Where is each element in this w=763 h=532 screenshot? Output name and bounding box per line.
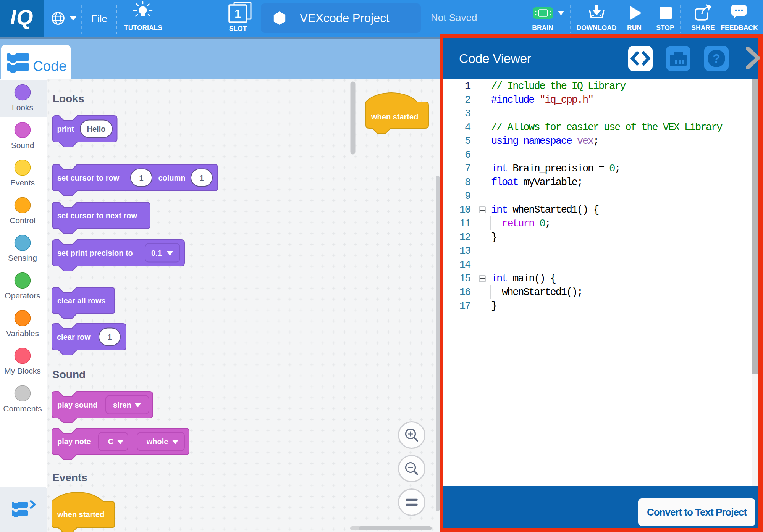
- svg-text:Looks: Looks: [12, 103, 33, 112]
- svg-text:when started: when started: [371, 113, 418, 121]
- svg-text:siren: siren: [113, 401, 131, 409]
- svg-text:whole: whole: [146, 437, 168, 446]
- svg-text:File: File: [91, 13, 107, 24]
- svg-text:Sensing: Sensing: [8, 253, 37, 262]
- svg-text:Sound: Sound: [52, 369, 86, 380]
- svg-text:VEXcode Project: VEXcode Project: [300, 11, 390, 25]
- svg-text:SHARE: SHARE: [691, 24, 715, 32]
- svg-text:SLOT: SLOT: [229, 25, 247, 32]
- svg-text:set cursor to next row: set cursor to next row: [57, 211, 137, 220]
- svg-text:Operators: Operators: [5, 291, 40, 300]
- svg-text:play sound: play sound: [57, 401, 98, 409]
- svg-text:1: 1: [139, 174, 143, 182]
- svg-text:IQ: IQ: [10, 5, 33, 29]
- svg-text:FEEDBACK: FEEDBACK: [721, 24, 758, 32]
- svg-text:Code: Code: [33, 58, 66, 74]
- svg-text:DOWNLOAD: DOWNLOAD: [577, 24, 617, 32]
- svg-text:Not Saved: Not Saved: [431, 12, 477, 23]
- svg-text:clear row: clear row: [57, 333, 91, 341]
- svg-text:1: 1: [234, 7, 241, 21]
- svg-text:My Blocks: My Blocks: [4, 366, 41, 375]
- svg-text:column: column: [158, 174, 185, 182]
- svg-text:1: 1: [107, 333, 112, 341]
- svg-text:set print precision to: set print precision to: [57, 249, 133, 257]
- svg-text:Sound: Sound: [11, 141, 34, 150]
- svg-text:C: C: [108, 437, 113, 446]
- svg-text:RUN: RUN: [627, 24, 642, 32]
- svg-text:when started: when started: [57, 510, 104, 519]
- svg-text:Variables: Variables: [6, 329, 39, 338]
- svg-text:clear all rows: clear all rows: [57, 297, 106, 305]
- svg-text:BRAIN: BRAIN: [532, 24, 553, 32]
- svg-text:Comments: Comments: [3, 404, 42, 413]
- svg-text:print: print: [57, 125, 74, 133]
- svg-text:play note: play note: [57, 437, 91, 446]
- svg-text:STOP: STOP: [656, 24, 674, 32]
- svg-text:1: 1: [199, 174, 204, 182]
- svg-text:Events: Events: [10, 178, 35, 187]
- svg-text:Hello: Hello: [87, 125, 106, 133]
- svg-text:0.1: 0.1: [151, 249, 162, 257]
- svg-text:set cursor to row: set cursor to row: [57, 174, 120, 182]
- svg-text:?: ?: [713, 52, 720, 65]
- svg-text:Events: Events: [52, 472, 87, 484]
- svg-text:Control: Control: [10, 216, 36, 225]
- svg-text:TUTORIALS: TUTORIALS: [124, 24, 162, 32]
- svg-text:Looks: Looks: [53, 93, 84, 105]
